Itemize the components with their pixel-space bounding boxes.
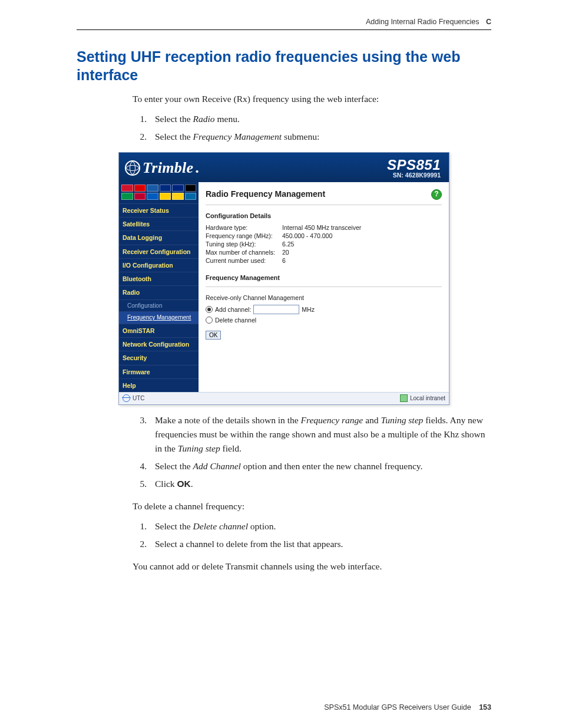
add-channel-radio[interactable] (206, 306, 213, 313)
nav-item[interactable]: Satellites (119, 217, 199, 230)
config-value: 6 (282, 256, 286, 265)
config-key: Tuning step (kHz): (206, 240, 282, 248)
footer-page: 153 (479, 703, 491, 711)
config-key: Max number of channels: (206, 248, 282, 256)
flag-icon[interactable] (172, 193, 184, 200)
delete-channel-row: Delete channel (206, 315, 442, 325)
content-pane: Radio Frequency Management ? Configurati… (199, 182, 449, 392)
config-heading: Configuration Details (206, 211, 442, 221)
flag-icon[interactable] (185, 185, 197, 192)
step-b-4: Select the Add Channel option and then e… (149, 459, 491, 473)
pane-title: Radio Frequency Management (206, 188, 325, 201)
steps-list-a: Select the Radio menu. Select the Freque… (133, 112, 491, 144)
language-flags[interactable] (119, 182, 199, 203)
closing-note: You cannot add or delete Transmit channe… (133, 559, 491, 574)
nav-item[interactable]: Bluetooth (119, 272, 199, 285)
nav-item[interactable]: Receiver Status (119, 203, 199, 217)
trimble-logo: Trimble. (125, 156, 200, 180)
flag-icon[interactable] (134, 185, 146, 192)
nav-item[interactable]: Data Logging (119, 230, 199, 244)
delete-step-1: Select the Delete channel option. (149, 519, 491, 533)
running-header: Adding Internal Radio Frequencies C (77, 18, 491, 30)
page-footer: SPSx51 Modular GPS Receivers User Guide … (77, 703, 491, 711)
fm-subheading: Receive-only Channel Management (206, 293, 442, 302)
header-appendix: C (486, 18, 491, 26)
globe-icon (125, 160, 140, 176)
status-left: UTC (133, 394, 145, 403)
intranet-icon (400, 394, 408, 402)
nav-item[interactable]: Radio (119, 285, 199, 299)
nav-item[interactable]: Security (119, 351, 199, 364)
delete-channel-radio[interactable] (206, 317, 213, 324)
config-row: Max number of channels:20 (206, 248, 442, 256)
nav-item[interactable]: Receiver Configuration (119, 245, 199, 258)
serial-number: SN: 4628K99991 (387, 172, 441, 179)
fm-heading: Frequency Management (206, 273, 442, 283)
flag-icon[interactable] (185, 193, 197, 200)
status-right: Local intranet (410, 394, 445, 403)
step-a-1: Select the Radio menu. (149, 112, 491, 126)
status-bar: UTC Local intranet (119, 392, 449, 404)
config-value: 6.25 (282, 240, 294, 248)
flag-icon[interactable] (147, 185, 158, 192)
config-value: Internal 450 MHz transceiver (282, 223, 361, 232)
config-row: Hardware type:Internal 450 MHz transceiv… (206, 223, 442, 232)
add-channel-row: Add channel: MHz (206, 305, 442, 314)
flag-icon[interactable] (147, 193, 158, 200)
nav-item[interactable]: Help (119, 378, 199, 392)
intro-text: To enter your own Receive (Rx) frequency… (133, 92, 491, 106)
config-row: Current number used:6 (206, 256, 442, 265)
nav-item[interactable]: I/O Configuration (119, 258, 199, 272)
ie-icon (123, 394, 130, 402)
header-title: Adding Internal Radio Frequencies (366, 18, 479, 26)
frequency-input[interactable] (253, 305, 299, 314)
config-key: Hardware type: (206, 223, 282, 232)
help-icon[interactable]: ? (431, 189, 442, 200)
steps-list-b: Make a note of the details shown in the … (133, 413, 491, 491)
sidebar: Receiver StatusSatellitesData LoggingRec… (119, 182, 199, 392)
embedded-app-window: Trimble. SPS851 SN: 4628K99991 Receiver … (118, 152, 449, 405)
nav-subitem[interactable]: Configuration (119, 299, 199, 312)
flag-icon[interactable] (134, 193, 146, 200)
delete-step-2: Select a channel to delete from the list… (149, 537, 491, 551)
add-channel-label: Add channel: (215, 305, 251, 314)
nav-item[interactable]: Firmware (119, 365, 199, 378)
app-banner: Trimble. SPS851 SN: 4628K99991 (119, 153, 449, 182)
flag-icon[interactable] (160, 185, 171, 192)
flag-icon[interactable] (172, 185, 184, 192)
step-b-3: Make a note of the details shown in the … (149, 413, 491, 456)
ok-button[interactable]: OK (206, 331, 221, 340)
nav-item[interactable]: Network Configuration (119, 337, 199, 351)
config-key: Frequency range (MHz): (206, 232, 282, 240)
step-a-2: Select the Frequency Management submenu: (149, 130, 491, 144)
delete-channel-label: Delete channel (215, 315, 256, 325)
config-key: Current number used: (206, 256, 282, 265)
footer-book: SPSx51 Modular GPS Receivers User Guide (324, 703, 471, 711)
flag-icon[interactable] (160, 193, 171, 200)
config-value: 450.000 - 470.000 (282, 232, 332, 240)
delete-steps-list: Select the Delete channel option. Select… (133, 519, 491, 551)
model-block: SPS851 SN: 4628K99991 (387, 157, 441, 179)
step-b-5: Click OK. (149, 477, 491, 491)
section-title: Setting UHF reception radio frequencies … (77, 48, 491, 85)
flag-icon[interactable] (121, 193, 133, 200)
config-row: Tuning step (kHz):6.25 (206, 240, 442, 248)
model-name: SPS851 (387, 157, 441, 172)
mhz-label: MHz (302, 305, 315, 314)
config-value: 20 (282, 248, 289, 256)
nav-item[interactable]: OmniSTAR (119, 324, 199, 337)
nav-subitem[interactable]: Frequency Management (119, 311, 199, 324)
delete-intro: To delete a channel frequency: (133, 499, 491, 513)
config-row: Frequency range (MHz):450.000 - 470.000 (206, 232, 442, 240)
flag-icon[interactable] (121, 185, 133, 192)
